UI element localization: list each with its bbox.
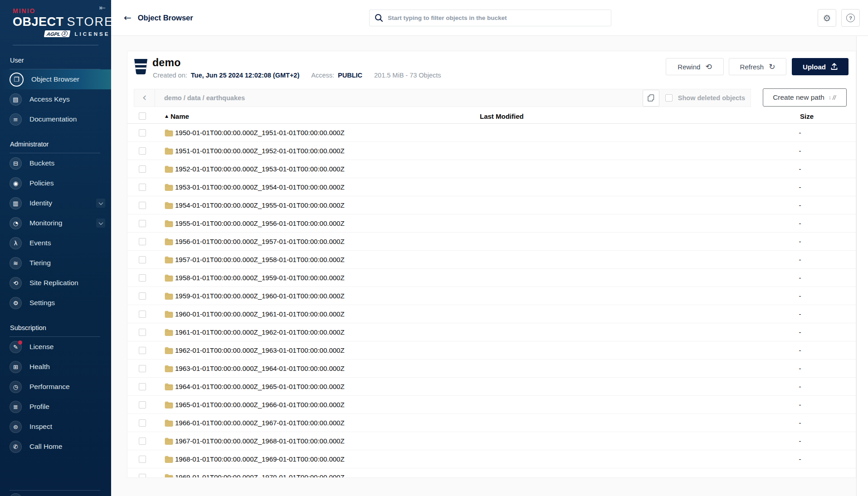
rewind-button[interactable]: Rewind ⟲ xyxy=(666,58,724,75)
back-arrow-icon[interactable]: ← xyxy=(124,12,132,23)
folder-icon xyxy=(165,202,173,209)
refresh-button[interactable]: Refresh ↻ xyxy=(729,58,786,75)
sidebar-item[interactable]: ≡ Documentation xyxy=(0,109,111,129)
row-checkbox[interactable] xyxy=(139,238,146,245)
sidebar-item[interactable]: ✎ License xyxy=(0,337,111,357)
chevron-down-icon[interactable] xyxy=(96,219,105,228)
table-row[interactable]: 1957-01-01T00:00:00.000Z_1958-01-01T00:0… xyxy=(127,251,856,269)
table-row[interactable]: 1951-01-01T00:00:00.000Z_1952-01-01T00:0… xyxy=(127,142,856,160)
sidebar-item[interactable]: ≣ Profile xyxy=(0,397,111,417)
sidebar-item-label: Identity xyxy=(29,199,52,207)
folder-icon xyxy=(165,383,173,390)
section-header-user: User xyxy=(0,45,111,64)
upload-button[interactable]: Upload xyxy=(792,58,848,75)
sort-ascending-icon[interactable]: ▲ xyxy=(165,114,168,118)
collapse-sidebar-icon[interactable]: ⇤ xyxy=(99,3,106,12)
object-size: - xyxy=(795,396,805,413)
show-deleted-checkbox[interactable] xyxy=(665,94,673,102)
agpl-v3-icon: 3 xyxy=(61,31,68,37)
chevron-down-icon[interactable] xyxy=(96,199,105,208)
partial-icon-circle xyxy=(10,493,22,496)
settings-button[interactable]: ⚙ xyxy=(818,9,836,27)
scrollbar-track[interactable] xyxy=(856,36,868,496)
row-checkbox[interactable] xyxy=(139,129,146,136)
sidebar-item[interactable]: ≋ Tiering xyxy=(0,253,111,273)
path-toolbar: ‹ demo / data / earthquakes Show deleted… xyxy=(134,89,751,107)
rewind-icon: ⟲ xyxy=(705,62,712,71)
object-size: - xyxy=(795,124,805,141)
table-row[interactable]: 1967-01-01T00:00:00.000Z_1968-01-01T00:0… xyxy=(127,432,856,450)
row-checkbox[interactable] xyxy=(139,292,146,300)
column-header-size[interactable]: Size xyxy=(800,112,814,120)
sidebar-item[interactable]: ⊟ Buckets xyxy=(0,153,111,173)
row-checkbox[interactable] xyxy=(139,474,146,477)
column-header-name[interactable]: Name xyxy=(171,112,189,120)
table-row[interactable]: 1950-01-01T00:00:00.000Z_1951-01-01T00:0… xyxy=(127,124,856,142)
row-checkbox[interactable] xyxy=(139,311,146,318)
sidebar-item-label: Monitoring xyxy=(29,219,62,227)
folder-icon xyxy=(165,292,173,300)
column-header-last-modified[interactable]: Last Modified xyxy=(480,112,524,120)
sidebar-item[interactable]: ⊜ Inspect xyxy=(0,417,111,437)
row-checkbox[interactable] xyxy=(139,401,146,408)
object-size: - xyxy=(795,414,805,432)
sidebar-item[interactable]: ⚙ Settings xyxy=(0,293,111,313)
table-row[interactable]: 1964-01-01T00:00:00.000Z_1965-01-01T00:0… xyxy=(127,378,856,396)
row-checkbox[interactable] xyxy=(139,383,146,390)
table-row[interactable]: 1960-01-01T00:00:00.000Z_1961-01-01T00:0… xyxy=(127,305,856,323)
object-name: 1961-01-01T00:00:00.000Z_1962-01-01T00:0… xyxy=(175,323,345,341)
row-checkbox[interactable] xyxy=(139,438,146,445)
table-row[interactable]: 1953-01-01T00:00:00.000Z_1954-01-01T00:0… xyxy=(127,178,856,196)
table-row[interactable]: 1962-01-01T00:00:00.000Z_1963-01-01T00:0… xyxy=(127,341,856,360)
sidebar-item[interactable]: ◉ Policies xyxy=(0,173,111,193)
sidebar-item[interactable]: ▤ Access Keys xyxy=(0,89,111,109)
table-row[interactable]: 1963-01-01T00:00:00.000Z_1964-01-01T00:0… xyxy=(127,360,856,378)
search-input[interactable] xyxy=(369,10,611,26)
path-back-button[interactable]: ‹ xyxy=(134,89,155,107)
folder-icon xyxy=(165,274,173,282)
row-checkbox[interactable] xyxy=(139,274,146,282)
section-header-subscription: Subscription xyxy=(0,313,111,331)
create-new-path-button[interactable]: Create new path xyxy=(763,88,847,107)
table-row[interactable]: 1969-01-01T00:00:00.000Z_1970-01-01T00:0… xyxy=(127,468,856,477)
profile-icon: ≣ xyxy=(10,401,22,413)
sidebar-item[interactable]: ⊞ Health xyxy=(0,357,111,377)
table-row[interactable]: 1956-01-01T00:00:00.000Z_1957-01-01T00:0… xyxy=(127,233,856,251)
sidebar-item-label: Profile xyxy=(29,403,49,411)
row-checkbox[interactable] xyxy=(139,256,146,263)
row-checkbox[interactable] xyxy=(139,329,146,336)
sidebar-item[interactable]: ⟲ Site Replication xyxy=(0,273,111,293)
row-checkbox[interactable] xyxy=(139,456,146,463)
object-size: - xyxy=(795,178,805,196)
sidebar-item[interactable]: ✆ Call Home xyxy=(0,437,111,457)
row-checkbox[interactable] xyxy=(139,147,146,155)
breadcrumb[interactable]: demo / data / earthquakes xyxy=(164,94,643,102)
help-button[interactable]: ? xyxy=(841,9,860,27)
table-row[interactable]: 1959-01-01T00:00:00.000Z_1960-01-01T00:0… xyxy=(127,287,856,305)
sidebar-item[interactable]: ❐ Object Browser xyxy=(0,69,111,89)
table-row[interactable]: 1966-01-01T00:00:00.000Z_1967-01-01T00:0… xyxy=(127,414,856,432)
table-row[interactable]: 1965-01-01T00:00:00.000Z_1966-01-01T00:0… xyxy=(127,396,856,414)
row-checkbox[interactable] xyxy=(139,202,146,209)
sidebar-item[interactable]: λ Events xyxy=(0,233,111,253)
sidebar-item[interactable]: ▥ Identity xyxy=(0,193,111,213)
object-size: - xyxy=(795,468,805,477)
table-row[interactable]: 1961-01-01T00:00:00.000Z_1962-01-01T00:0… xyxy=(127,323,856,341)
sidebar-item[interactable]: ◔ Monitoring xyxy=(0,213,111,233)
table-row[interactable]: 1968-01-01T00:00:00.000Z_1969-01-01T00:0… xyxy=(127,450,856,468)
table-row[interactable]: 1954-01-01T00:00:00.000Z_1955-01-01T00:0… xyxy=(127,196,856,214)
row-checkbox[interactable] xyxy=(139,419,146,427)
row-checkbox[interactable] xyxy=(139,365,146,372)
select-all-checkbox[interactable] xyxy=(139,112,146,120)
object-name: 1953-01-01T00:00:00.000Z_1954-01-01T00:0… xyxy=(175,178,345,196)
sidebar-item[interactable]: ◷ Performance xyxy=(0,377,111,397)
row-checkbox[interactable] xyxy=(139,220,146,227)
row-checkbox[interactable] xyxy=(139,165,146,173)
row-checkbox[interactable] xyxy=(139,347,146,354)
access-value: PUBLIC xyxy=(338,72,362,79)
copy-path-button[interactable] xyxy=(643,90,659,107)
table-row[interactable]: 1958-01-01T00:00:00.000Z_1959-01-01T00:0… xyxy=(127,269,856,287)
row-checkbox[interactable] xyxy=(139,184,146,191)
table-row[interactable]: 1955-01-01T00:00:00.000Z_1956-01-01T00:0… xyxy=(127,214,856,233)
table-row[interactable]: 1952-01-01T00:00:00.000Z_1953-01-01T00:0… xyxy=(127,160,856,178)
